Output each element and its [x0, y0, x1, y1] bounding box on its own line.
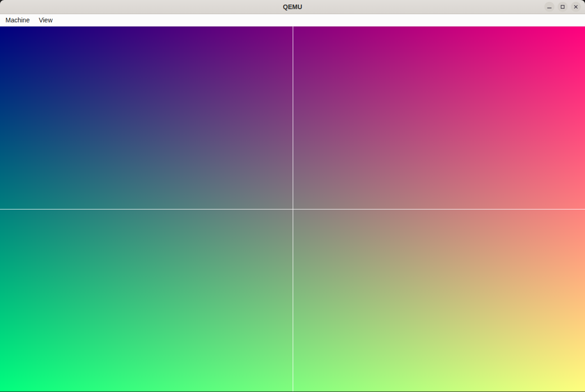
maximize-icon — [559, 4, 566, 10]
titlebar[interactable]: QEMU — [0, 0, 585, 14]
minimize-icon — [546, 4, 553, 10]
qemu-window: QEMU — [0, 0, 585, 392]
crosshair-horizontal-line — [0, 209, 585, 209]
minimize-button[interactable] — [544, 2, 554, 12]
guest-display[interactable] — [0, 26, 585, 392]
maximize-button[interactable] — [558, 2, 568, 12]
menu-machine[interactable]: Machine — [1, 14, 34, 26]
close-icon — [573, 4, 579, 10]
window-controls — [544, 2, 585, 12]
window-title: QEMU — [0, 0, 585, 14]
menu-view[interactable]: View — [34, 14, 57, 26]
menubar: Machine View — [0, 14, 585, 26]
close-button[interactable] — [571, 2, 581, 12]
